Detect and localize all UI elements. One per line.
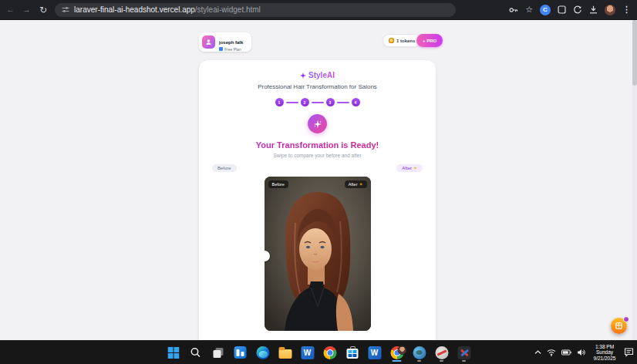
taskbar-app-3-icon[interactable] <box>455 343 474 362</box>
user-name: joseph falk <box>219 40 243 45</box>
floating-extension-button[interactable] <box>611 318 627 334</box>
word-icon[interactable] <box>298 343 317 362</box>
step-1: 1 <box>275 98 284 106</box>
battery-icon[interactable] <box>561 349 571 356</box>
windows-taskbar: 1:38 PM Sunday 9/21/2025 <box>0 340 637 364</box>
plan-badge-icon <box>219 47 223 51</box>
after-portrait-image <box>265 177 371 331</box>
back-icon[interactable]: ← <box>6 5 15 14</box>
grid-box-icon <box>615 322 622 329</box>
downloads-icon[interactable] <box>589 5 598 14</box>
url-host: laraver-final-ai-headshot.vercel.app <box>74 5 195 14</box>
screen: ← → ↻ laraver-final-ai-headshot.vercel.a… <box>0 0 637 364</box>
extension-square-icon[interactable] <box>558 5 566 14</box>
brand-title: StyleAI <box>308 71 335 79</box>
site-settings-icon[interactable] <box>62 6 69 13</box>
page-viewport: joseph falk Free Plan 1 tokens + PRO Sty… <box>0 20 637 341</box>
url-path: /styleai-widget.html <box>195 5 261 14</box>
notification-center-icon[interactable] <box>624 348 634 357</box>
coin-icon <box>389 38 394 43</box>
step-2: 2 <box>301 98 309 106</box>
bookmark-star-icon[interactable]: ☆ <box>525 5 533 15</box>
profile-avatar[interactable] <box>605 5 615 15</box>
sparkles-icon: ✦ <box>359 182 362 187</box>
tokens-label: 1 tokens <box>396 39 415 43</box>
word-document-icon[interactable] <box>366 343 384 362</box>
extension-c-icon[interactable]: C <box>540 5 551 15</box>
chrome-icon[interactable] <box>321 343 339 362</box>
volume-icon[interactable] <box>577 349 585 356</box>
photo-after-label: After✦ <box>345 180 367 188</box>
step-connector <box>312 102 324 103</box>
start-button-icon[interactable] <box>164 343 183 362</box>
step-indicator: 1 2 3 4 <box>199 98 436 106</box>
result-subheadline: Swipe to compare your before and after <box>199 153 436 158</box>
taskbar-app-1-icon[interactable] <box>410 343 429 362</box>
step-connector <box>337 102 349 103</box>
tagline: Professional Hair Transformation for Sal… <box>199 83 436 90</box>
styleai-widget-card: StyleAI Professional Hair Transformation… <box>199 60 436 341</box>
scrollbar-track[interactable] <box>632 20 637 341</box>
reload-icon[interactable]: ↻ <box>39 5 47 15</box>
clock-day: Sunday <box>596 349 613 355</box>
menu-kebab-icon[interactable]: ⋮ <box>622 5 631 15</box>
clock-date: 9/21/2025 <box>594 356 616 361</box>
edge-icon[interactable] <box>254 343 272 362</box>
user-plan-label: Free Plan <box>224 47 241 52</box>
widgets-icon[interactable] <box>231 343 250 362</box>
wifi-icon[interactable] <box>547 349 556 356</box>
clock-time: 1:38 PM <box>595 344 614 349</box>
tray-chevron-up-icon[interactable] <box>534 350 541 355</box>
password-key-icon[interactable] <box>509 6 518 14</box>
address-bar[interactable]: laraver-final-ai-headshot.vercel.app/sty… <box>55 3 456 17</box>
after-chip[interactable]: After✦ <box>396 164 423 172</box>
tokens-chip[interactable]: 1 tokens <box>383 34 421 47</box>
taskbar-clock[interactable]: 1:38 PM Sunday 9/21/2025 <box>591 344 618 362</box>
sparkles-badge-icon <box>308 114 327 133</box>
extension-badge <box>623 316 629 322</box>
task-view-icon[interactable] <box>209 343 228 362</box>
file-explorer-icon[interactable] <box>276 343 295 362</box>
comparison-photo[interactable]: Before After✦ <box>265 177 371 331</box>
user-profile-card[interactable]: joseph falk Free Plan <box>199 32 251 52</box>
extension-sync-icon[interactable] <box>573 5 582 15</box>
forward-icon[interactable]: → <box>22 5 31 14</box>
user-avatar <box>202 35 215 49</box>
before-chip[interactable]: Before <box>212 164 237 172</box>
step-3: 3 <box>326 98 335 106</box>
upgrade-pro-button[interactable]: + PRO <box>416 34 443 47</box>
step-4: 4 <box>352 98 360 106</box>
step-connector <box>286 102 298 103</box>
brand-sparkle-icon <box>300 72 306 79</box>
sparkles-icon: ✦ <box>413 166 417 170</box>
taskbar-app-2-icon[interactable] <box>433 343 451 362</box>
chrome-profile-icon-active[interactable] <box>388 343 406 362</box>
photo-before-label: Before <box>268 180 288 188</box>
search-icon[interactable] <box>187 343 205 362</box>
browser-toolbar: ← → ↻ laraver-final-ai-headshot.vercel.a… <box>0 0 637 20</box>
result-headline: Your Transformation is Ready! <box>199 140 436 150</box>
profile-overlay-avatar <box>398 345 407 355</box>
scrollbar-thumb[interactable] <box>632 20 637 86</box>
microsoft-store-icon[interactable] <box>343 343 362 362</box>
